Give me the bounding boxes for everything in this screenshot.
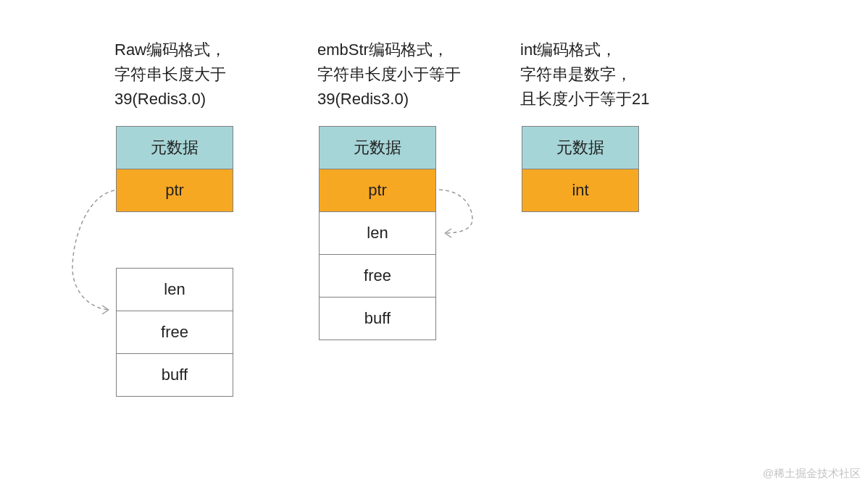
int-desc-line3: 且长度小于等于21 xyxy=(520,90,649,108)
raw-meta-box: 元数据 xyxy=(116,126,233,169)
raw-ptr-arrow xyxy=(65,188,123,319)
embstr-desc: embStr编码格式， 字符串长度小于等于 39(Redis3.0) xyxy=(317,38,461,111)
raw-desc-line1: Raw编码格式， xyxy=(114,41,226,59)
watermark: @稀土掘金技术社区 xyxy=(763,467,861,481)
embstr-buff-box: buff xyxy=(319,297,436,340)
raw-free-box: free xyxy=(116,311,233,354)
embstr-desc-line1: embStr编码格式， xyxy=(317,41,448,59)
raw-desc-line2: 字符串长度大于 xyxy=(114,65,226,83)
int-desc-line1: int编码格式， xyxy=(520,41,617,59)
raw-len-box: len xyxy=(116,268,233,311)
embstr-meta-box: 元数据 xyxy=(319,126,436,169)
raw-desc-line3: 39(Redis3.0) xyxy=(114,90,206,108)
diagram-canvas: Raw编码格式， 字符串长度大于 39(Redis3.0) 元数据 ptr le… xyxy=(0,0,868,485)
raw-buff-box: buff xyxy=(116,353,233,397)
embstr-ptr-box: ptr xyxy=(319,169,436,212)
int-int-box: int xyxy=(522,169,639,212)
embstr-len-box: len xyxy=(319,211,436,255)
embstr-desc-line2: 字符串长度小于等于 xyxy=(317,65,461,83)
int-desc-line2: 字符串是数字， xyxy=(520,65,632,83)
int-meta-box: 元数据 xyxy=(522,126,639,169)
embstr-ptr-arrow xyxy=(436,187,487,245)
raw-desc: Raw编码格式， 字符串长度大于 39(Redis3.0) xyxy=(114,38,226,111)
embstr-desc-line3: 39(Redis3.0) xyxy=(317,90,409,108)
int-desc: int编码格式， 字符串是数字， 且长度小于等于21 xyxy=(520,38,649,111)
embstr-free-box: free xyxy=(319,254,436,298)
raw-ptr-box: ptr xyxy=(116,169,233,212)
